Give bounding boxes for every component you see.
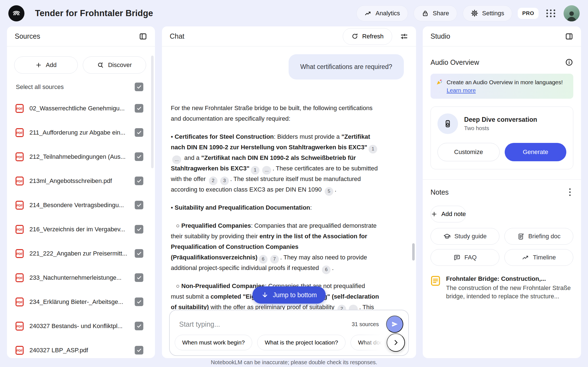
chevron-right-icon bbox=[392, 339, 400, 346]
source-checkbox[interactable] bbox=[135, 104, 143, 113]
share-button[interactable]: Share bbox=[414, 5, 457, 21]
svg-text:PDF: PDF bbox=[17, 276, 23, 280]
briefing-doc-button[interactable]: Briefing doc bbox=[504, 228, 573, 245]
add-source-button[interactable]: Add bbox=[14, 56, 78, 74]
sources-panel: Sources Add Discover Select all sources bbox=[7, 26, 155, 358]
notebooklm-logo-icon[interactable] bbox=[8, 5, 24, 21]
source-checkbox[interactable] bbox=[135, 346, 143, 354]
collapse-panel-icon[interactable] bbox=[139, 32, 147, 41]
deep-dive-head: Deep Dive conversation Two hosts bbox=[437, 113, 566, 134]
citation-chip[interactable]: ... bbox=[172, 155, 181, 164]
discover-sources-button[interactable]: Discover bbox=[83, 56, 146, 74]
chat-input[interactable] bbox=[179, 320, 348, 328]
source-row[interactable]: PDF 233_Nachunternehmerleistunge... bbox=[15, 266, 143, 290]
source-checkbox[interactable] bbox=[135, 249, 143, 258]
send-button[interactable] bbox=[386, 316, 403, 333]
chat-scrollbar[interactable] bbox=[412, 243, 415, 261]
send-icon bbox=[391, 320, 399, 328]
search-sparkle-icon bbox=[97, 61, 104, 69]
source-checkbox[interactable] bbox=[135, 297, 143, 306]
citation-chip[interactable]: 5 bbox=[325, 187, 333, 196]
source-checkbox[interactable] bbox=[135, 225, 143, 234]
timeline-label: Timeline bbox=[533, 254, 556, 261]
source-row[interactable]: PDF 212_Teilnahmebedingungen (Aus... bbox=[15, 145, 143, 169]
response-text: . bbox=[332, 264, 334, 271]
studio-panel-header: Studio bbox=[423, 26, 581, 46]
select-all-checkbox[interactable] bbox=[135, 83, 143, 91]
source-row[interactable]: PDF 221_222_Angaben zur Preisermitt... bbox=[15, 241, 143, 266]
citation-chip[interactable]: 2 bbox=[209, 177, 217, 185]
study-guide-button[interactable]: Study guide bbox=[431, 228, 499, 245]
customize-button[interactable]: Customize bbox=[437, 143, 500, 161]
source-row[interactable]: PDF 234_Erklärung Bieter-_Arbeitsge... bbox=[15, 290, 143, 314]
generate-button[interactable]: Generate bbox=[505, 143, 566, 161]
languages-banner: Create an Audio Overview in more languag… bbox=[431, 74, 573, 99]
source-row[interactable]: PDF 211_Aufforderung zur Abgabe ein... bbox=[15, 120, 143, 145]
source-row[interactable]: PDF 216_Verzeichnis der im Vergabev... bbox=[15, 217, 143, 241]
add-note-button[interactable]: Add note bbox=[431, 206, 466, 222]
studio-title: Studio bbox=[431, 32, 450, 40]
citation-chip[interactable]: 6 bbox=[259, 255, 267, 264]
notes-title: Notes bbox=[431, 188, 449, 196]
source-checkbox[interactable] bbox=[135, 177, 143, 185]
refresh-button[interactable]: Refresh bbox=[343, 28, 392, 45]
chat-input-row: 31 sources bbox=[170, 310, 408, 336]
avatar[interactable] bbox=[564, 5, 580, 21]
response-text: and a bbox=[182, 154, 201, 161]
app-header: Tender for Frohntaler Bridge Analytics S… bbox=[0, 0, 588, 26]
user-message-bubble: What certifications are required? bbox=[289, 54, 404, 80]
source-row[interactable]: PDF 240327 LBP_ASP.pdf bbox=[15, 338, 143, 358]
citation-chip[interactable]: 3 bbox=[220, 177, 229, 185]
chat-panel-header: Chat Refresh bbox=[162, 26, 416, 46]
mortarboard-icon bbox=[443, 233, 451, 240]
pdf-file-icon: PDF bbox=[15, 225, 24, 234]
citation-chip[interactable]: 7 bbox=[270, 255, 279, 264]
citation-chip[interactable]: 6 bbox=[322, 266, 331, 274]
citation-chip[interactable]: ... bbox=[262, 166, 271, 175]
citation-chip[interactable]: 1 bbox=[369, 145, 377, 153]
svg-text:PDF: PDF bbox=[17, 180, 23, 183]
timeline-button[interactable]: Timeline bbox=[504, 249, 573, 266]
suggestion-chip[interactable]: What is the project location? bbox=[257, 335, 346, 350]
next-suggestions-button[interactable] bbox=[387, 333, 405, 352]
info-icon[interactable] bbox=[565, 58, 573, 66]
chat-title: Chat bbox=[170, 32, 184, 40]
source-checkbox[interactable] bbox=[135, 201, 143, 209]
source-row[interactable]: PDF 214_Besondere Vertragsbedingu... bbox=[15, 193, 143, 217]
source-row[interactable]: PDF 213ml_Angebotsschreiben.pdf bbox=[15, 169, 143, 193]
pdf-file-icon: PDF bbox=[15, 200, 24, 210]
notes-menu-icon[interactable] bbox=[567, 187, 573, 197]
sources-title: Sources bbox=[15, 32, 40, 40]
speaker-icon bbox=[437, 113, 458, 134]
jump-to-bottom-button[interactable]: Jump to bottom bbox=[252, 286, 326, 304]
section-divider bbox=[423, 179, 581, 180]
source-checkbox[interactable] bbox=[135, 273, 143, 282]
settings-button[interactable]: Settings bbox=[463, 5, 512, 21]
source-checkbox[interactable] bbox=[135, 152, 143, 161]
gear-icon bbox=[471, 9, 478, 17]
source-checkbox[interactable] bbox=[135, 322, 143, 330]
note-item[interactable]: Frohntaler Bridge: Construction,... The … bbox=[431, 275, 573, 301]
suggestion-chip[interactable]: When must work begin? bbox=[175, 335, 252, 350]
faq-button[interactable]: FAQ bbox=[431, 249, 499, 266]
learn-more-link[interactable]: Learn more bbox=[447, 87, 476, 93]
svg-text:PDF: PDF bbox=[17, 155, 23, 159]
source-checkbox[interactable] bbox=[135, 128, 143, 137]
page-title: Tender for Frohntaler Bridge bbox=[35, 8, 153, 18]
pdf-file-icon: PDF bbox=[15, 297, 24, 307]
source-row[interactable]: PDF 02_Wasserrechtliche Genehmigu... bbox=[15, 96, 143, 120]
chat-settings-icon[interactable] bbox=[400, 32, 408, 41]
source-label: 214_Besondere Vertragsbedingu... bbox=[29, 202, 129, 209]
source-row[interactable]: PDF 240327 Bestands- und Konfliktpl... bbox=[15, 314, 143, 338]
discover-label: Discover bbox=[108, 61, 132, 69]
response-text: • bbox=[171, 133, 175, 140]
suggestion-chip[interactable]: What docume bbox=[351, 335, 384, 350]
apps-grid-icon[interactable] bbox=[546, 9, 556, 17]
studio-panel: Studio Audio Overview bbox=[423, 26, 581, 358]
collapse-panel-icon[interactable] bbox=[565, 32, 573, 41]
suggestion-chips: When must work begin? What is the projec… bbox=[175, 335, 384, 351]
citation-chip[interactable]: 1 bbox=[251, 166, 259, 175]
analytics-button[interactable]: Analytics bbox=[356, 5, 408, 21]
pdf-file-icon: PDF bbox=[15, 104, 24, 113]
sources-scrollbar[interactable] bbox=[151, 56, 154, 168]
